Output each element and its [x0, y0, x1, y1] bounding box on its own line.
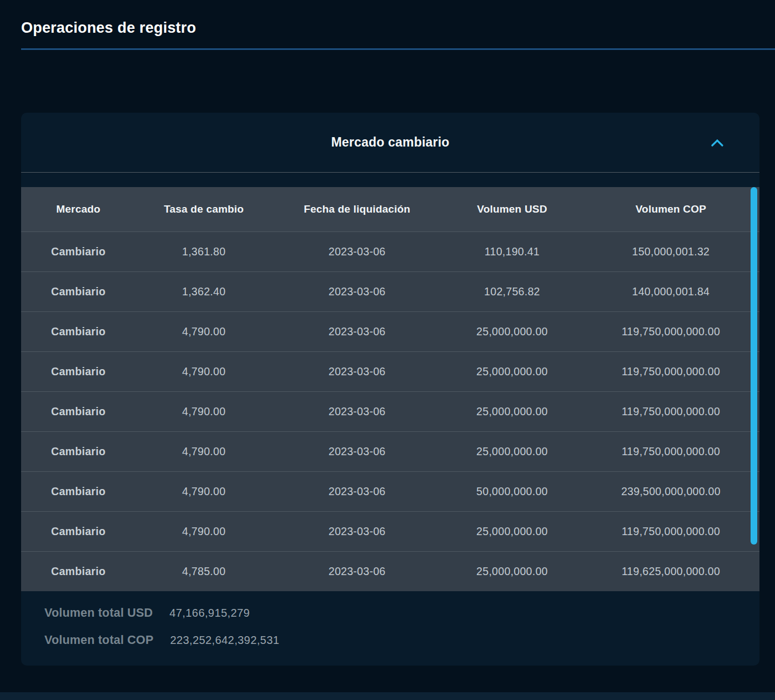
table-wrap: Mercado Tasa de cambio Fecha de liquidac…: [21, 187, 759, 591]
cell-volumen-usd: 25,000,000.00: [442, 391, 582, 431]
cell-volumen-usd: 25,000,000.00: [442, 351, 582, 391]
table-row: Cambiario 1,362.40 2023-03-06 102,756.82…: [21, 271, 759, 311]
total-cop-line: Volumen total COP 223,252,642,392,531: [44, 633, 759, 647]
header-volumen-usd: Volumen USD: [442, 187, 582, 231]
cell-fecha-de-liquidacion: 2023-03-06: [272, 391, 442, 431]
cell-mercado: Cambiario: [21, 231, 135, 271]
total-usd-line: Volumen total USD 47,166,915,279: [44, 606, 759, 620]
cell-tasa-de-cambio: 4,790.00: [135, 311, 272, 351]
cell-fecha-de-liquidacion: 2023-03-06: [272, 471, 442, 511]
operations-table: Mercado Tasa de cambio Fecha de liquidac…: [21, 187, 759, 591]
cell-fecha-de-liquidacion: 2023-03-06: [272, 271, 442, 311]
footer-strip: [0, 692, 775, 700]
header-volumen-cop: Volumen COP: [582, 187, 759, 231]
cell-fecha-de-liquidacion: 2023-03-06: [272, 511, 442, 551]
cell-volumen-cop: 119,750,000,000.00: [582, 311, 759, 351]
cell-volumen-usd: 25,000,000.00: [442, 511, 582, 551]
cell-mercado: Cambiario: [21, 351, 135, 391]
cell-volumen-usd: 50,000,000.00: [442, 471, 582, 511]
table-row: Cambiario 4,790.00 2023-03-06 25,000,000…: [21, 311, 759, 351]
cell-tasa-de-cambio: 4,785.00: [135, 551, 272, 591]
cell-volumen-cop: 150,000,001.32: [582, 231, 759, 271]
cell-volumen-usd: 25,000,000.00: [442, 311, 582, 351]
cell-volumen-cop: 119,625,000,000.00: [582, 551, 759, 591]
header-fecha-de-liquidacion: Fecha de liquidación: [272, 187, 442, 231]
table-row: Cambiario 4,790.00 2023-03-06 50,000,000…: [21, 471, 759, 511]
scrollbar-thumb[interactable]: [751, 187, 757, 545]
total-usd-value: 47,166,915,279: [169, 607, 250, 620]
table-row: Cambiario 4,790.00 2023-03-06 25,000,000…: [21, 391, 759, 431]
chevron-up-icon[interactable]: [711, 138, 724, 147]
cell-mercado: Cambiario: [21, 431, 135, 471]
cell-tasa-de-cambio: 4,790.00: [135, 471, 272, 511]
page: Operaciones de registro Mercado cambiari…: [0, 0, 775, 50]
cell-fecha-de-liquidacion: 2023-03-06: [272, 351, 442, 391]
cell-volumen-usd: 25,000,000.00: [442, 431, 582, 471]
panel-header-toggle[interactable]: Mercado cambiario: [21, 113, 759, 172]
cell-mercado: Cambiario: [21, 391, 135, 431]
cell-fecha-de-liquidacion: 2023-03-06: [272, 431, 442, 471]
total-cop-label: Volumen total COP: [44, 633, 154, 647]
header-tasa-de-cambio: Tasa de cambio: [135, 187, 272, 231]
cell-volumen-usd: 110,190.41: [442, 231, 582, 271]
cell-fecha-de-liquidacion: 2023-03-06: [272, 311, 442, 351]
cell-tasa-de-cambio: 4,790.00: [135, 511, 272, 551]
cell-tasa-de-cambio: 1,361.80: [135, 231, 272, 271]
cell-mercado: Cambiario: [21, 511, 135, 551]
cell-tasa-de-cambio: 4,790.00: [135, 351, 272, 391]
panel-title: Mercado cambiario: [331, 135, 449, 150]
cell-volumen-cop: 119,750,000,000.00: [582, 511, 759, 551]
cell-fecha-de-liquidacion: 2023-03-06: [272, 231, 442, 271]
total-usd-label: Volumen total USD: [44, 606, 153, 620]
cell-volumen-usd: 102,756.82: [442, 271, 582, 311]
cell-tasa-de-cambio: 1,362.40: [135, 271, 272, 311]
cell-volumen-cop: 119,750,000,000.00: [582, 431, 759, 471]
cell-volumen-cop: 140,000,001.84: [582, 271, 759, 311]
cell-volumen-usd: 25,000,000.00: [442, 551, 582, 591]
panel-header-divider: [21, 172, 759, 173]
cell-mercado: Cambiario: [21, 311, 135, 351]
title-divider: [21, 48, 775, 50]
cell-mercado: Cambiario: [21, 271, 135, 311]
page-title: Operaciones de registro: [0, 0, 775, 37]
cell-volumen-cop: 239,500,000,000.00: [582, 471, 759, 511]
table-row: Cambiario 4,790.00 2023-03-06 25,000,000…: [21, 351, 759, 391]
table-header: Mercado Tasa de cambio Fecha de liquidac…: [21, 187, 759, 231]
table-row: Cambiario 4,790.00 2023-03-06 25,000,000…: [21, 511, 759, 551]
table-body: Cambiario 1,361.80 2023-03-06 110,190.41…: [21, 231, 759, 591]
table-row: Cambiario 4,790.00 2023-03-06 25,000,000…: [21, 431, 759, 471]
table-header-row: Mercado Tasa de cambio Fecha de liquidac…: [21, 187, 759, 231]
cell-tasa-de-cambio: 4,790.00: [135, 431, 272, 471]
cell-mercado: Cambiario: [21, 551, 135, 591]
totals-section: Volumen total USD 47,166,915,279 Volumen…: [21, 591, 759, 647]
cell-fecha-de-liquidacion: 2023-03-06: [272, 551, 442, 591]
header-mercado: Mercado: [21, 187, 135, 231]
mercado-cambiario-panel: Mercado cambiario Mercado Tasa de cambio…: [21, 113, 759, 666]
cell-volumen-cop: 119,750,000,000.00: [582, 351, 759, 391]
total-cop-value: 223,252,642,392,531: [170, 634, 280, 647]
cell-mercado: Cambiario: [21, 471, 135, 511]
table-row: Cambiario 4,785.00 2023-03-06 25,000,000…: [21, 551, 759, 591]
table-row: Cambiario 1,361.80 2023-03-06 110,190.41…: [21, 231, 759, 271]
cell-tasa-de-cambio: 4,790.00: [135, 391, 272, 431]
cell-volumen-cop: 119,750,000,000.00: [582, 391, 759, 431]
